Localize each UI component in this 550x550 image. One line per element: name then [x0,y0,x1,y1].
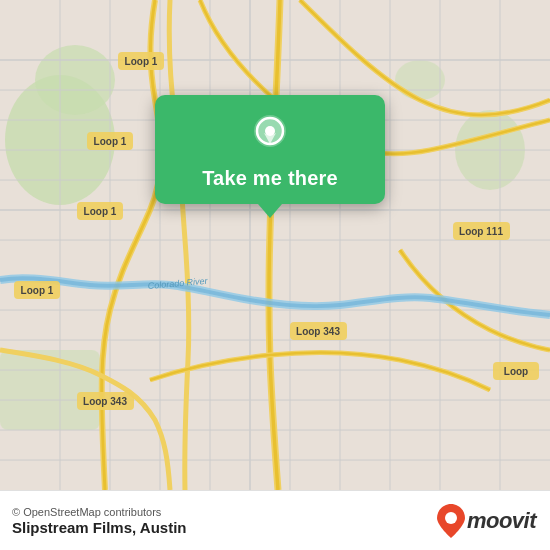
svg-text:Loop 343: Loop 343 [83,396,127,407]
location-name: Slipstream Films, Austin [12,519,187,536]
moovit-text: moovit [467,508,536,534]
map-svg: Loop 1 Loop 1 Loop 1 Loop 1 Loop 111 Loo… [0,0,550,490]
svg-text:Loop 1: Loop 1 [84,206,117,217]
svg-text:Loop 1: Loop 1 [94,136,127,147]
bottom-bar: © OpenStreetMap contributors Slipstream … [0,490,550,550]
take-me-there-label: Take me there [202,167,338,190]
moovit-logo: moovit [437,504,536,538]
take-me-there-popup[interactable]: Take me there [155,95,385,204]
svg-rect-5 [0,350,100,430]
svg-text:Loop 1: Loop 1 [21,285,54,296]
svg-text:Loop 1: Loop 1 [125,56,158,67]
svg-text:Loop 343: Loop 343 [296,326,340,337]
svg-point-50 [445,512,457,524]
svg-point-2 [35,45,115,115]
svg-point-4 [395,60,445,100]
location-pin-icon [248,113,292,157]
svg-text:Loop: Loop [504,366,528,377]
location-info: © OpenStreetMap contributors Slipstream … [12,506,187,536]
moovit-pin-icon [437,504,465,538]
map-view: Loop 1 Loop 1 Loop 1 Loop 1 Loop 111 Loo… [0,0,550,490]
svg-text:Loop 111: Loop 111 [459,226,503,237]
osm-attribution: © OpenStreetMap contributors [12,506,187,518]
